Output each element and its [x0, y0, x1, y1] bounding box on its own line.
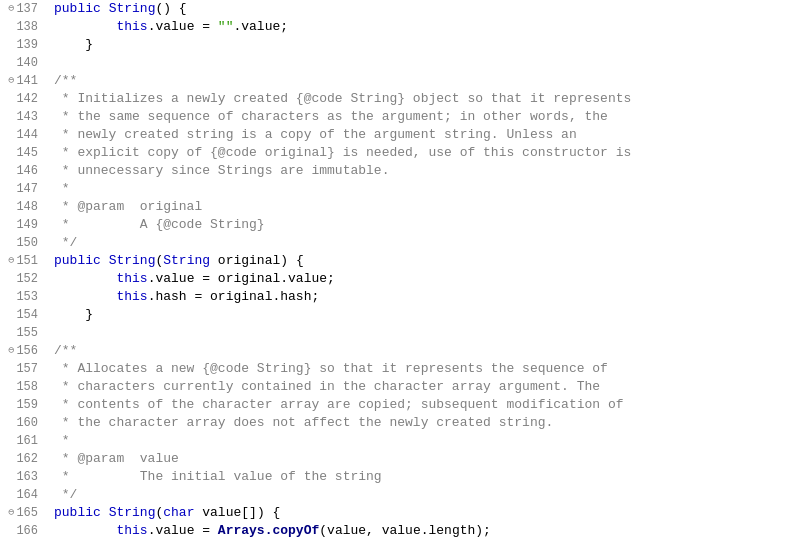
line-number: 155	[0, 324, 46, 342]
fold-icon[interactable]: ⊖	[4, 252, 14, 270]
token-comment: * A {@code String}	[54, 217, 265, 232]
fold-icon[interactable]: ⊖	[4, 504, 14, 522]
line-number: 166	[0, 522, 46, 540]
token-normal: }	[54, 37, 93, 52]
code-line: 154 }	[0, 306, 794, 324]
code-line: 158 * characters currently contained in …	[0, 378, 794, 396]
code-line: 143 * the same sequence of characters as…	[0, 108, 794, 126]
line-number: 148	[0, 198, 46, 216]
line-number: 143	[0, 108, 46, 126]
line-content: * newly created string is a copy of the …	[46, 126, 794, 144]
line-number: ⊖141	[0, 72, 46, 90]
line-number: 149	[0, 216, 46, 234]
code-line: 147 *	[0, 180, 794, 198]
line-content: public String() {	[46, 0, 794, 18]
token-type: char	[163, 505, 194, 520]
token-normal: .value =	[148, 19, 218, 34]
code-line: 160 * the character array does not affec…	[0, 414, 794, 432]
code-line: 140	[0, 54, 794, 72]
token-comment: * Initializes a newly created {@code Str…	[54, 91, 631, 106]
token-normal	[101, 505, 109, 520]
fold-icon[interactable]: ⊖	[4, 342, 14, 360]
line-content: * the character array does not affect th…	[46, 414, 794, 432]
token-func-call: Arrays.copyOf	[218, 523, 319, 538]
token-type: String	[163, 253, 210, 268]
token-comment: * the same sequence of characters as the…	[54, 109, 608, 124]
code-line: 149 * A {@code String}	[0, 216, 794, 234]
line-number: 139	[0, 36, 46, 54]
line-number: 152	[0, 270, 46, 288]
token-comment: * the character array does not affect th…	[54, 415, 553, 430]
line-number: ⊖151	[0, 252, 46, 270]
code-line: 161 *	[0, 432, 794, 450]
line-content: * explicit copy of {@code original} is n…	[46, 144, 794, 162]
token-normal	[54, 271, 116, 286]
token-normal: .hash = original.hash;	[148, 289, 320, 304]
line-number: 158	[0, 378, 46, 396]
token-normal	[54, 289, 116, 304]
fold-icon[interactable]: ⊖	[4, 72, 14, 90]
line-content: * the same sequence of characters as the…	[46, 108, 794, 126]
line-content: /**	[46, 342, 794, 360]
token-kw: public	[54, 505, 101, 520]
line-content: * A {@code String}	[46, 216, 794, 234]
token-comment: *	[54, 181, 70, 196]
line-number: 160	[0, 414, 46, 432]
code-line: ⊖141/**	[0, 72, 794, 90]
code-line: ⊖156/**	[0, 342, 794, 360]
code-line: 152 this.value = original.value;	[0, 270, 794, 288]
line-number: 162	[0, 450, 46, 468]
line-content: }	[46, 36, 794, 54]
line-number: 138	[0, 18, 46, 36]
line-number: 154	[0, 306, 46, 324]
token-string: ""	[218, 19, 234, 34]
code-line: ⊖165public String(char value[]) {	[0, 504, 794, 522]
token-kw: this	[116, 523, 147, 538]
code-line: 138 this.value = "".value;	[0, 18, 794, 36]
line-number: 150	[0, 234, 46, 252]
token-normal: .value =	[148, 523, 218, 538]
line-number: ⊖165	[0, 504, 46, 522]
code-line: 146 * unnecessary since Strings are immu…	[0, 162, 794, 180]
token-type: String	[109, 505, 156, 520]
line-content: *	[46, 180, 794, 198]
token-comment: /**	[54, 343, 77, 358]
code-editor: ⊖137public String() {138 this.value = ""…	[0, 0, 794, 543]
token-comment: */	[54, 487, 77, 502]
token-normal: value[]) {	[194, 505, 280, 520]
code-line: 139 }	[0, 36, 794, 54]
line-number: 159	[0, 396, 46, 414]
code-line: 163 * The initial value of the string	[0, 468, 794, 486]
line-number: 140	[0, 54, 46, 72]
token-comment: * @param original	[54, 199, 202, 214]
line-content: }	[46, 306, 794, 324]
code-line: 159 * contents of the character array ar…	[0, 396, 794, 414]
line-content: this.value = Arrays.copyOf(value, value.…	[46, 522, 794, 540]
token-comment: * @param value	[54, 451, 179, 466]
code-line: 155	[0, 324, 794, 342]
code-line: 144 * newly created string is a copy of …	[0, 126, 794, 144]
line-number: 163	[0, 468, 46, 486]
token-kw: this	[116, 19, 147, 34]
line-number: 144	[0, 126, 46, 144]
token-comment: * explicit copy of {@code original} is n…	[54, 145, 631, 160]
token-type: String	[109, 253, 156, 268]
line-number: 146	[0, 162, 46, 180]
line-content: * The initial value of the string	[46, 468, 794, 486]
code-line: 145 * explicit copy of {@code original} …	[0, 144, 794, 162]
code-line: 148 * @param original	[0, 198, 794, 216]
fold-icon[interactable]: ⊖	[4, 0, 14, 18]
line-content: public String(char value[]) {	[46, 504, 794, 522]
line-number: 153	[0, 288, 46, 306]
token-comment: * contents of the character array are co…	[54, 397, 624, 412]
token-comment: *	[54, 433, 70, 448]
token-normal: (value, value.length);	[319, 523, 491, 538]
line-number: ⊖137	[0, 0, 46, 18]
token-normal: original) {	[210, 253, 304, 268]
line-number: 142	[0, 90, 46, 108]
code-line: ⊖151public String(String original) {	[0, 252, 794, 270]
token-comment: * newly created string is a copy of the …	[54, 127, 577, 142]
token-kw: public	[54, 253, 101, 268]
token-normal: .value = original.value;	[148, 271, 335, 286]
line-content: * Allocates a new {@code String} so that…	[46, 360, 794, 378]
